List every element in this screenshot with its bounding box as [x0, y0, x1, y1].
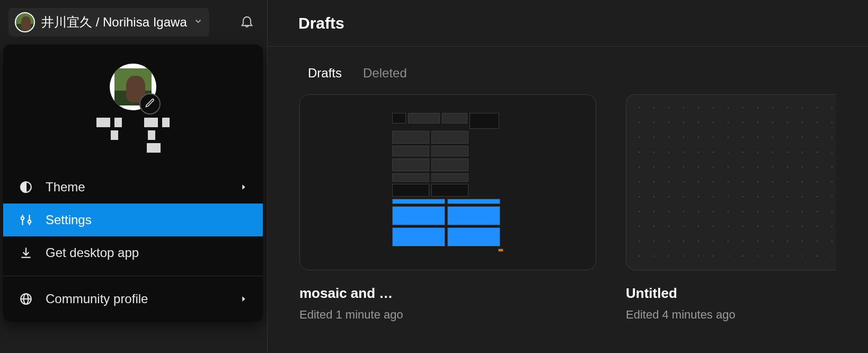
chevron-right-icon [240, 292, 248, 306]
settings-icon [18, 213, 34, 227]
main: Drafts Drafts Deleted mosai [268, 0, 868, 353]
file-subtitle: Edited 4 minutes ago [626, 308, 836, 322]
svg-marker-1 [242, 184, 245, 189]
menu-item-label: Community profile [46, 292, 148, 306]
globe-icon [18, 292, 34, 306]
menu-divider [3, 276, 263, 276]
svg-point-2 [21, 217, 24, 219]
file-subtitle: Edited 1 minute ago [299, 308, 596, 322]
page-title: Drafts [268, 0, 868, 47]
account-dropdown: Theme Settings Get desktop app [3, 45, 263, 322]
sidebar: 井川宜久 / Norihisa Igawa [0, 0, 268, 353]
bell-icon [240, 14, 254, 31]
file-card[interactable]: mosaic and … Edited 1 minute ago [299, 94, 596, 322]
avatar-large [110, 64, 156, 110]
avatar-small [15, 12, 35, 32]
file-title: Untitled [626, 285, 836, 302]
account-name: 井川宜久 / Norihisa Igawa [41, 14, 187, 31]
file-card[interactable]: Untitled Edited 4 minutes ago [626, 94, 836, 322]
menu-item-settings[interactable]: Settings [3, 204, 263, 236]
chevron-right-icon [240, 180, 248, 195]
menu-item-label: Theme [46, 180, 85, 195]
redacted-name [64, 118, 202, 153]
file-thumbnail [299, 94, 596, 270]
file-title: mosaic and … [299, 285, 596, 302]
menu-item-get-desktop[interactable]: Get desktop app [3, 236, 263, 269]
svg-marker-12 [242, 296, 245, 301]
pencil-icon [145, 98, 155, 110]
menu-item-label: Settings [46, 213, 92, 227]
menu-item-community-profile[interactable]: Community profile [3, 283, 263, 315]
topbar: 井川宜久 / Norihisa Igawa [0, 0, 267, 45]
menu-item-label: Get desktop app [46, 245, 139, 260]
edit-avatar-button[interactable] [139, 93, 161, 114]
file-thumbnail [626, 94, 836, 270]
chevron-down-icon [193, 16, 203, 28]
download-icon [18, 246, 34, 260]
tab-deleted[interactable]: Deleted [363, 66, 407, 81]
notifications-button[interactable] [235, 11, 259, 34]
theme-icon [18, 180, 34, 194]
tabs: Drafts Deleted [268, 47, 868, 94]
profile-block [3, 45, 263, 171]
menu-item-theme[interactable]: Theme [3, 171, 263, 204]
tab-drafts[interactable]: Drafts [308, 66, 342, 81]
account-switcher[interactable]: 井川宜久 / Norihisa Igawa [8, 8, 209, 37]
svg-point-5 [28, 220, 31, 223]
file-grid: mosaic and … Edited 1 minute ago Untitle… [268, 94, 868, 332]
